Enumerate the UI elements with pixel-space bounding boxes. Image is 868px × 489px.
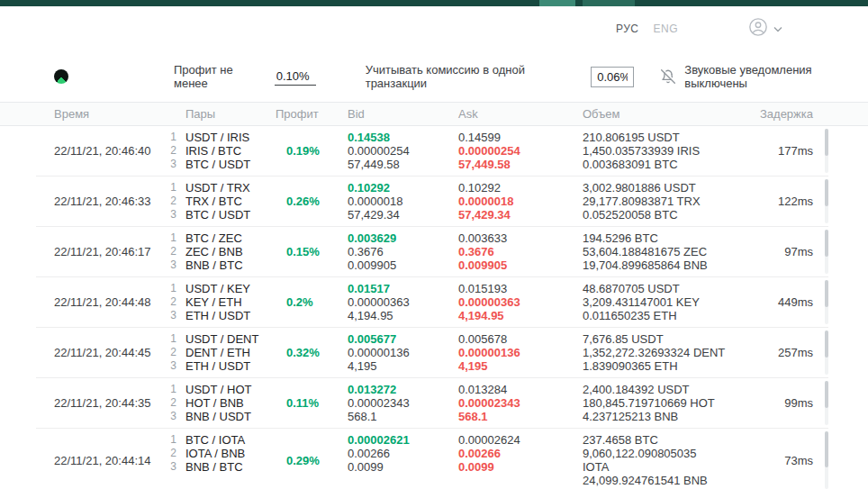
pair-label: IOTA / BNB: [185, 447, 276, 460]
row-bids: 0.145380.0000025457,449.58: [348, 131, 458, 171]
ask-value: 0.013284: [458, 383, 583, 396]
leg-number: 1: [160, 181, 185, 195]
chevron-down-icon: [773, 26, 782, 32]
row-scrollbar[interactable]: [825, 230, 828, 274]
pair-label: ZEC / BNB: [185, 245, 276, 258]
topbar-tab: [583, 0, 635, 6]
row-bids: 0.015170.000003634,194.95: [348, 282, 458, 322]
pair-label: KEY / ETH: [185, 295, 276, 309]
ask-value: 57,429.34: [458, 208, 583, 222]
pair-label: BTC / USDT: [185, 158, 276, 171]
row-pairs: USDT / TRXTRX / BTCBTC / USDT: [185, 181, 276, 222]
header-bid: Bid: [348, 107, 458, 121]
bid-value: 568.1: [348, 410, 458, 423]
scrollbar-thumb[interactable]: [825, 129, 828, 156]
leg-numbers: 123: [160, 282, 185, 322]
row-pairs: USDT / KEYKEY / ETHETH / USDT: [185, 282, 276, 322]
bid-value: 0.003629: [348, 231, 458, 245]
row-scrollbar[interactable]: [825, 331, 828, 375]
bell-muted-icon[interactable]: [661, 69, 675, 84]
row-time: 22/11/21, 20:44:48: [54, 282, 160, 322]
row-volumes: 210.806195 USDT1,450.035733939 IRIS0.003…: [583, 131, 754, 171]
pair-label: ETH / USDT: [185, 309, 276, 322]
row-scrollbar[interactable]: [825, 381, 828, 425]
bid-value: 0.013272: [348, 383, 458, 396]
row-pairs: USDT / HOTHOT / BNBBNB / USDT: [185, 383, 276, 423]
row-asks: 0.145990.0000025457,449.58: [458, 131, 583, 171]
ask-value: 0.00002343: [458, 396, 583, 410]
scrollbar-thumb[interactable]: [825, 230, 828, 257]
leg-number: 1: [160, 231, 185, 245]
bid-value: 0.00002621: [348, 433, 458, 447]
scrollbar-thumb[interactable]: [825, 381, 828, 408]
leg-number: 3: [160, 460, 185, 474]
row-delay: 99ms: [754, 383, 813, 423]
row-asks: 0.000026240.002660.0099: [458, 433, 583, 487]
pair-label: USDT / IRIS: [185, 131, 276, 144]
leg-number: 2: [160, 245, 185, 258]
ask-value: 0.015193: [458, 282, 583, 295]
ask-value: 0.10292: [458, 181, 583, 195]
row-volumes: 237.4658 BTC9,060,122.090805035 IOTA24,0…: [583, 433, 754, 487]
row-scrollbar[interactable]: [825, 431, 828, 489]
table-row[interactable]: 22/11/21, 20:44:14 123 BTC / IOTAIOTA / …: [36, 429, 828, 489]
leg-numbers: 123: [160, 231, 185, 272]
row-pairs: BTC / ZECZEC / BNBBNB / BTC: [185, 231, 276, 272]
row-volumes: 194.5296 BTC53,604.188481675 ZEC19,704.8…: [583, 231, 754, 272]
table-row[interactable]: 22/11/21, 20:46:33 123 USDT / TRXTRX / B…: [36, 177, 828, 227]
leg-number: 1: [160, 383, 185, 396]
top-strip: [0, 0, 868, 6]
row-asks: 0.0056780.000001364,195: [458, 332, 583, 373]
ask-value: 0.0000018: [458, 195, 583, 208]
leg-number: 2: [160, 346, 185, 359]
table-row[interactable]: 22/11/21, 20:44:45 123 USDT / DENTDENT /…: [36, 328, 828, 378]
row-bids: 0.0132720.00002343568.1: [348, 383, 458, 423]
bid-value: 0.00002343: [348, 396, 458, 410]
volume-value: 24,099.924761541 BNB: [583, 474, 754, 487]
profit-filter-input[interactable]: [275, 68, 316, 86]
volume-value: 9,060,122.090805035 IOTA: [583, 447, 754, 474]
table-body: 22/11/21, 20:46:40 123 USDT / IRISIRIS /…: [0, 126, 868, 489]
row-asks: 0.0132840.00002343568.1: [458, 383, 583, 423]
ask-value: 0.0099: [458, 460, 583, 474]
lang-rus-button[interactable]: РУС: [616, 23, 639, 35]
volume-value: 1,352,272.32693324 DENT: [583, 346, 754, 359]
settings-bar: Профит не менее Учитывать комиссию в одн…: [0, 51, 868, 102]
volume-value: 180,845.719710669 HOT: [583, 396, 754, 410]
bid-value: 0.00266: [348, 447, 458, 460]
leg-number: 3: [160, 410, 185, 423]
row-scrollbar[interactable]: [825, 129, 828, 173]
account-menu[interactable]: [748, 17, 782, 41]
scrollbar-thumb[interactable]: [825, 179, 828, 206]
bid-value: 0.009905: [348, 258, 458, 272]
volume-value: 0.003683091 BTC: [583, 158, 754, 171]
profit-filter-label: Профит не менее: [174, 63, 266, 90]
pair-label: HOT / BNB: [185, 396, 276, 410]
table-row[interactable]: 22/11/21, 20:46:17 123 BTC / ZECZEC / BN…: [36, 227, 828, 277]
row-scrollbar[interactable]: [825, 179, 828, 223]
row-bids: 0.0036290.36760.009905: [348, 231, 458, 272]
row-profit: 0.32%: [276, 332, 348, 373]
volume-value: 210.806195 USDT: [583, 131, 754, 144]
lang-eng-button[interactable]: ENG: [653, 23, 678, 35]
scrollbar-thumb[interactable]: [825, 331, 828, 358]
header-ask: Ask: [458, 107, 583, 121]
bid-value: 0.0099: [348, 460, 458, 474]
scrollbar-thumb[interactable]: [825, 280, 828, 307]
table-row[interactable]: 22/11/21, 20:46:40 123 USDT / IRISIRIS /…: [36, 126, 828, 177]
table-row[interactable]: 22/11/21, 20:44:48 123 USDT / KEYKEY / E…: [36, 277, 828, 328]
leg-number: 2: [160, 144, 185, 158]
topbar: РУС ENG: [0, 6, 868, 51]
volume-value: 3,209.431147001 KEY: [583, 295, 754, 309]
bid-value: 0.14538: [348, 131, 458, 144]
leg-number: 2: [160, 295, 185, 309]
leg-numbers: 123: [160, 131, 185, 171]
fee-input[interactable]: [591, 67, 634, 87]
row-profit: 0.29%: [276, 433, 348, 487]
bid-value: 4,195: [348, 359, 458, 373]
row-volumes: 7,676.85 USDT1,352,272.32693324 DENT1.83…: [583, 332, 754, 373]
ask-value: 0.00000363: [458, 295, 583, 309]
row-scrollbar[interactable]: [825, 280, 828, 324]
table-row[interactable]: 22/11/21, 20:44:35 123 USDT / HOTHOT / B…: [36, 378, 828, 429]
scrollbar-thumb[interactable]: [825, 431, 828, 467]
